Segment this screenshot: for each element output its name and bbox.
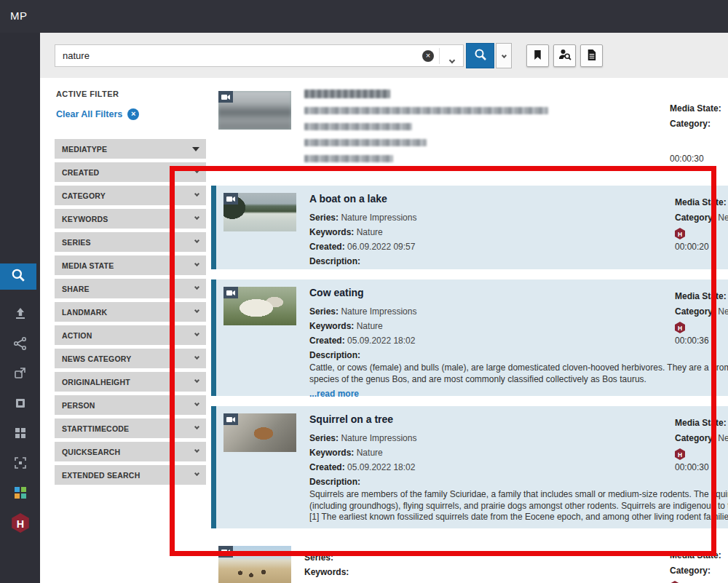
redacted-text-bar: [304, 155, 393, 162]
series-line: Series: Nature Impressions: [309, 431, 728, 445]
result-thumbnail[interactable]: [223, 413, 296, 452]
sidebar-item-media-grid[interactable]: [0, 421, 40, 448]
result-row-squirrel[interactable]: Squirrel on a tree Series: Nature Impres…: [211, 406, 728, 528]
caret-down-icon: [192, 147, 199, 151]
search-box-divider: [439, 48, 440, 64]
video-type-icon: [223, 287, 238, 298]
video-type-icon: [218, 546, 233, 558]
result-row-boat[interactable]: A boat on a lake Series: Nature Impressi…: [211, 186, 728, 269]
app-logo: MP: [10, 9, 28, 22]
chevron-down-icon: [194, 424, 199, 429]
filter-group-media-state[interactable]: MEDIA STATE: [55, 255, 206, 275]
clear-filters-close-icon[interactable]: ×: [127, 108, 139, 120]
workflow-icon: [13, 336, 28, 354]
filter-group-label: KEYWORDS: [62, 215, 108, 223]
search-icon: [474, 48, 487, 63]
search-icon: [11, 268, 25, 285]
filter-group-label: SHARE: [62, 285, 90, 293]
bookmark-icon: [531, 49, 544, 63]
qr-scan-icon: [13, 456, 28, 473]
active-filter-title: ACTIVE FILTER: [56, 90, 206, 98]
chevron-down-icon: [194, 331, 199, 336]
series-line: Series: Nature Impressions: [309, 304, 728, 319]
bookmark-button[interactable]: [526, 44, 549, 67]
category-line: Category: Ne: [675, 210, 728, 226]
filter-group-label: ACTION: [62, 331, 92, 340]
filter-group-category[interactable]: CATEGORY: [55, 186, 206, 205]
filter-group-label: PERSON: [62, 401, 95, 410]
filter-group-label: NEWS CATEGORY: [62, 354, 131, 363]
result-thumbnail[interactable]: [223, 193, 296, 231]
filter-group-originalheight[interactable]: ORIGINALHEIGHT: [55, 372, 206, 392]
svg-text:H: H: [678, 325, 682, 332]
series-line: Series: Nature Impressions: [309, 210, 728, 225]
filter-group-mediatype[interactable]: MEDIATYPE: [55, 139, 206, 159]
redacted-text-bar: [304, 139, 427, 146]
filter-group-starttimecode[interactable]: STARTTIMECODE: [55, 419, 206, 438]
created-line: Created: 06.09.2022 09:57: [309, 239, 728, 254]
chevron-down-icon: [194, 471, 199, 476]
chevron-down-icon: [194, 354, 199, 360]
filter-group-quicksearch[interactable]: QUICKSEARCH: [55, 442, 206, 461]
sidebar-item-export[interactable]: [0, 362, 40, 388]
search-button[interactable]: [466, 43, 494, 68]
description-label: Description:: [309, 475, 728, 489]
search-options-button[interactable]: [496, 43, 512, 68]
filter-group-landmark[interactable]: LANDMARK: [55, 302, 206, 322]
svg-text:H: H: [678, 231, 682, 238]
filter-group-share[interactable]: SHARE: [55, 279, 206, 298]
filter-group-keywords[interactable]: KEYWORDS: [55, 209, 206, 229]
description-text: species of the genus Bos, and are most c…: [309, 374, 728, 386]
chevron-down-icon: [194, 168, 199, 173]
result-right-column: Media State: Category: Ne H 00:00:20: [675, 191, 728, 252]
result-title: Squirrel on a tree: [309, 413, 728, 425]
hexagon-h-badge-icon: H: [675, 228, 728, 240]
media-state-label: Media State:: [670, 101, 728, 116]
description-label: Description:: [309, 348, 728, 362]
chevron-down-icon: [194, 215, 199, 220]
description-text: [1] The earliest known fossilized squirr…: [309, 512, 728, 523]
read-more-link[interactable]: ...read more: [309, 389, 359, 399]
result-thumbnail[interactable]: [218, 91, 291, 130]
sidebar-item-brand-logo[interactable]: H: [0, 509, 40, 539]
result-thumbnail[interactable]: [223, 287, 296, 325]
sidebar-item-qr-scan[interactable]: [0, 451, 40, 477]
media-state-label: Media State:: [670, 548, 728, 563]
sidebar-item-search[interactable]: [0, 263, 36, 290]
filter-group-extended-search[interactable]: EXTENDED SEARCH: [55, 465, 206, 485]
duration-value: 00:00:30: [670, 154, 728, 164]
document-icon: [585, 49, 598, 63]
filter-group-news-category[interactable]: NEWS CATEGORY: [55, 349, 206, 368]
person-search-button[interactable]: [553, 44, 576, 67]
filter-group-action[interactable]: ACTION: [55, 325, 206, 345]
series-line: Series:: [304, 550, 728, 565]
chevron-down-icon: [194, 401, 199, 406]
filter-group-label: STARTTIMECODE: [62, 424, 129, 433]
redacted-text-bar: [304, 123, 412, 130]
filter-group-label: CATEGORY: [62, 191, 106, 200]
redacted-title-bar: [304, 90, 390, 98]
result-right-column: Media State: Category: 00:00:30: [670, 90, 728, 164]
filter-group-series[interactable]: SERIES: [55, 232, 206, 252]
result-row-redacted[interactable]: Media State: Category: 00:00:30: [211, 84, 728, 175]
result-row-partial[interactable]: Series: Keywords: Media State: Category:…: [211, 539, 728, 583]
clear-all-filters-link[interactable]: Clear All Filters ×: [56, 108, 206, 120]
upload-icon: [13, 306, 28, 324]
sidebar-item-upload[interactable]: [0, 302, 40, 328]
search-input[interactable]: [55, 45, 397, 66]
sidebar-item-workflow[interactable]: [0, 332, 40, 358]
clear-search-icon[interactable]: ×: [422, 50, 434, 62]
video-type-icon: [223, 193, 238, 205]
filter-group-created[interactable]: CREATED: [55, 162, 206, 182]
result-row-cow[interactable]: Cow eating Series: Nature Impressions Ke…: [211, 279, 728, 396]
document-button[interactable]: [580, 44, 603, 67]
filter-group-label: ORIGINALHEIGHT: [62, 378, 130, 386]
filter-group-label: CREATED: [62, 168, 99, 177]
result-thumbnail[interactable]: [218, 546, 291, 583]
clear-all-filters-label: Clear All Filters: [56, 109, 122, 119]
sidebar-item-archive[interactable]: [0, 392, 40, 418]
search-history-caret-icon[interactable]: [450, 52, 454, 66]
sidebar-item-apps[interactable]: [0, 481, 40, 507]
description-label: Description:: [309, 254, 728, 269]
filter-group-person[interactable]: PERSON: [55, 395, 206, 415]
